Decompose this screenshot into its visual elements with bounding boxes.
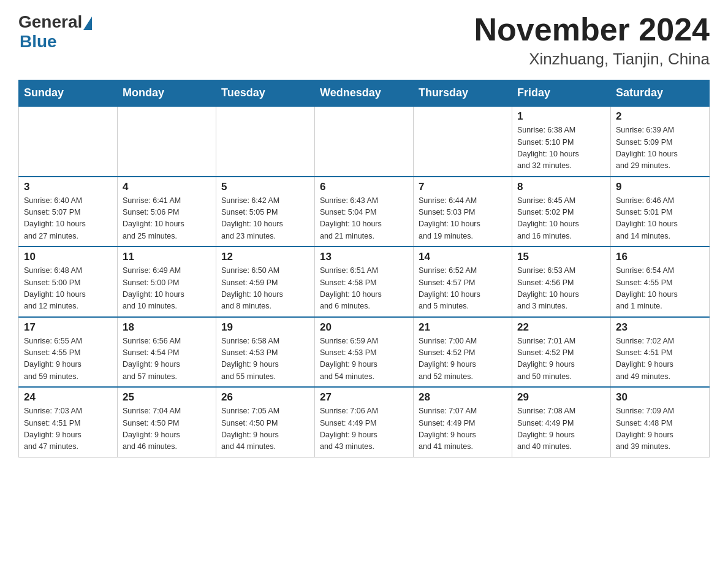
day-info: Sunrise: 6:39 AM Sunset: 5:09 PM Dayligh… [616, 124, 704, 172]
day-info: Sunrise: 7:05 AM Sunset: 4:50 PM Dayligh… [221, 405, 309, 453]
calendar-cell [414, 106, 512, 177]
calendar-week-row: 1Sunrise: 6:38 AM Sunset: 5:10 PM Daylig… [19, 106, 710, 177]
day-number: 30 [616, 391, 704, 404]
calendar-cell: 22Sunrise: 7:01 AM Sunset: 4:52 PM Dayli… [512, 317, 611, 388]
day-number: 18 [123, 321, 211, 334]
day-info: Sunrise: 6:41 AM Sunset: 5:06 PM Dayligh… [123, 195, 211, 243]
weekday-header-thursday: Thursday [414, 80, 512, 107]
day-number: 13 [320, 251, 408, 263]
day-info: Sunrise: 6:42 AM Sunset: 5:05 PM Dayligh… [221, 195, 309, 243]
day-number: 22 [517, 321, 605, 334]
day-number: 3 [24, 181, 112, 193]
day-number: 5 [221, 181, 309, 193]
day-number: 4 [123, 181, 211, 193]
day-number: 14 [419, 251, 507, 263]
title-section: November 2024 Xinzhuang, Tianjin, China [474, 12, 710, 69]
calendar-week-row: 3Sunrise: 6:40 AM Sunset: 5:07 PM Daylig… [19, 177, 710, 247]
calendar-cell: 29Sunrise: 7:08 AM Sunset: 4:49 PM Dayli… [512, 387, 611, 457]
day-number: 19 [221, 321, 309, 334]
day-number: 27 [320, 391, 408, 404]
calendar-cell [216, 106, 315, 177]
weekday-header-friday: Friday [512, 80, 611, 107]
day-info: Sunrise: 6:40 AM Sunset: 5:07 PM Dayligh… [24, 195, 112, 243]
day-number: 17 [24, 321, 112, 334]
day-info: Sunrise: 6:38 AM Sunset: 5:10 PM Dayligh… [517, 124, 605, 172]
logo-blue-text: Blue [20, 32, 57, 52]
calendar-cell: 25Sunrise: 7:04 AM Sunset: 4:50 PM Dayli… [118, 387, 216, 457]
month-year-title: November 2024 [474, 12, 710, 47]
calendar-week-row: 24Sunrise: 7:03 AM Sunset: 4:51 PM Dayli… [19, 387, 710, 457]
logo: General Blue [18, 12, 92, 52]
day-number: 26 [221, 391, 309, 404]
weekday-header-sunday: Sunday [19, 80, 118, 107]
calendar-cell: 30Sunrise: 7:09 AM Sunset: 4:48 PM Dayli… [611, 387, 710, 457]
calendar-cell [19, 106, 118, 177]
weekday-header-monday: Monday [118, 80, 216, 107]
day-number: 8 [517, 181, 605, 193]
calendar-cell: 26Sunrise: 7:05 AM Sunset: 4:50 PM Dayli… [216, 387, 315, 457]
day-info: Sunrise: 6:58 AM Sunset: 4:53 PM Dayligh… [221, 335, 309, 383]
day-number: 28 [419, 391, 507, 404]
weekday-header-saturday: Saturday [611, 80, 710, 107]
calendar-cell: 5Sunrise: 6:42 AM Sunset: 5:05 PM Daylig… [216, 177, 315, 247]
day-info: Sunrise: 7:02 AM Sunset: 4:51 PM Dayligh… [616, 335, 704, 383]
day-info: Sunrise: 7:01 AM Sunset: 4:52 PM Dayligh… [517, 335, 605, 383]
day-info: Sunrise: 6:54 AM Sunset: 4:55 PM Dayligh… [616, 265, 704, 313]
day-number: 20 [320, 321, 408, 334]
day-number: 12 [221, 251, 309, 263]
day-number: 2 [616, 110, 704, 123]
day-info: Sunrise: 7:03 AM Sunset: 4:51 PM Dayligh… [24, 405, 112, 453]
day-number: 11 [123, 251, 211, 263]
calendar-cell: 8Sunrise: 6:45 AM Sunset: 5:02 PM Daylig… [512, 177, 611, 247]
day-info: Sunrise: 6:48 AM Sunset: 5:00 PM Dayligh… [24, 265, 112, 313]
day-number: 1 [517, 110, 605, 123]
day-number: 21 [419, 321, 507, 334]
logo-general-text: General [18, 12, 82, 32]
day-info: Sunrise: 6:46 AM Sunset: 5:01 PM Dayligh… [616, 195, 704, 243]
calendar-cell: 1Sunrise: 6:38 AM Sunset: 5:10 PM Daylig… [512, 106, 611, 177]
day-number: 10 [24, 251, 112, 263]
calendar-cell: 2Sunrise: 6:39 AM Sunset: 5:09 PM Daylig… [611, 106, 710, 177]
day-number: 15 [517, 251, 605, 263]
day-number: 9 [616, 181, 704, 193]
calendar-cell: 24Sunrise: 7:03 AM Sunset: 4:51 PM Dayli… [19, 387, 118, 457]
day-info: Sunrise: 6:59 AM Sunset: 4:53 PM Dayligh… [320, 335, 408, 383]
day-info: Sunrise: 7:09 AM Sunset: 4:48 PM Dayligh… [616, 405, 704, 453]
calendar-cell [118, 106, 216, 177]
day-info: Sunrise: 6:49 AM Sunset: 5:00 PM Dayligh… [123, 265, 211, 313]
day-info: Sunrise: 7:06 AM Sunset: 4:49 PM Dayligh… [320, 405, 408, 453]
day-info: Sunrise: 7:08 AM Sunset: 4:49 PM Dayligh… [517, 405, 605, 453]
calendar-week-row: 10Sunrise: 6:48 AM Sunset: 5:00 PM Dayli… [19, 247, 710, 317]
calendar-cell: 17Sunrise: 6:55 AM Sunset: 4:55 PM Dayli… [19, 317, 118, 388]
calendar-cell: 19Sunrise: 6:58 AM Sunset: 4:53 PM Dayli… [216, 317, 315, 388]
day-number: 16 [616, 251, 704, 263]
day-info: Sunrise: 7:07 AM Sunset: 4:49 PM Dayligh… [419, 405, 507, 453]
calendar-cell: 18Sunrise: 6:56 AM Sunset: 4:54 PM Dayli… [118, 317, 216, 388]
calendar-cell [315, 106, 414, 177]
calendar-cell: 20Sunrise: 6:59 AM Sunset: 4:53 PM Dayli… [315, 317, 414, 388]
page-header: General Blue November 2024 Xinzhuang, Ti… [18, 12, 710, 69]
day-number: 23 [616, 321, 704, 334]
calendar-cell: 9Sunrise: 6:46 AM Sunset: 5:01 PM Daylig… [611, 177, 710, 247]
logo-triangle-icon [83, 17, 92, 30]
calendar-table: SundayMondayTuesdayWednesdayThursdayFrid… [18, 80, 710, 458]
calendar-cell: 7Sunrise: 6:44 AM Sunset: 5:03 PM Daylig… [414, 177, 512, 247]
calendar-cell: 11Sunrise: 6:49 AM Sunset: 5:00 PM Dayli… [118, 247, 216, 317]
calendar-cell: 23Sunrise: 7:02 AM Sunset: 4:51 PM Dayli… [611, 317, 710, 388]
calendar-cell: 4Sunrise: 6:41 AM Sunset: 5:06 PM Daylig… [118, 177, 216, 247]
calendar-cell: 28Sunrise: 7:07 AM Sunset: 4:49 PM Dayli… [414, 387, 512, 457]
day-number: 6 [320, 181, 408, 193]
calendar-cell: 15Sunrise: 6:53 AM Sunset: 4:56 PM Dayli… [512, 247, 611, 317]
weekday-header-wednesday: Wednesday [315, 80, 414, 107]
day-info: Sunrise: 6:45 AM Sunset: 5:02 PM Dayligh… [517, 195, 605, 243]
calendar-cell: 6Sunrise: 6:43 AM Sunset: 5:04 PM Daylig… [315, 177, 414, 247]
calendar-week-row: 17Sunrise: 6:55 AM Sunset: 4:55 PM Dayli… [19, 317, 710, 388]
day-info: Sunrise: 7:00 AM Sunset: 4:52 PM Dayligh… [419, 335, 507, 383]
day-info: Sunrise: 6:50 AM Sunset: 4:59 PM Dayligh… [221, 265, 309, 313]
calendar-cell: 13Sunrise: 6:51 AM Sunset: 4:58 PM Dayli… [315, 247, 414, 317]
day-info: Sunrise: 6:53 AM Sunset: 4:56 PM Dayligh… [517, 265, 605, 313]
calendar-cell: 21Sunrise: 7:00 AM Sunset: 4:52 PM Dayli… [414, 317, 512, 388]
day-info: Sunrise: 6:52 AM Sunset: 4:57 PM Dayligh… [419, 265, 507, 313]
day-number: 29 [517, 391, 605, 404]
day-number: 25 [123, 391, 211, 404]
